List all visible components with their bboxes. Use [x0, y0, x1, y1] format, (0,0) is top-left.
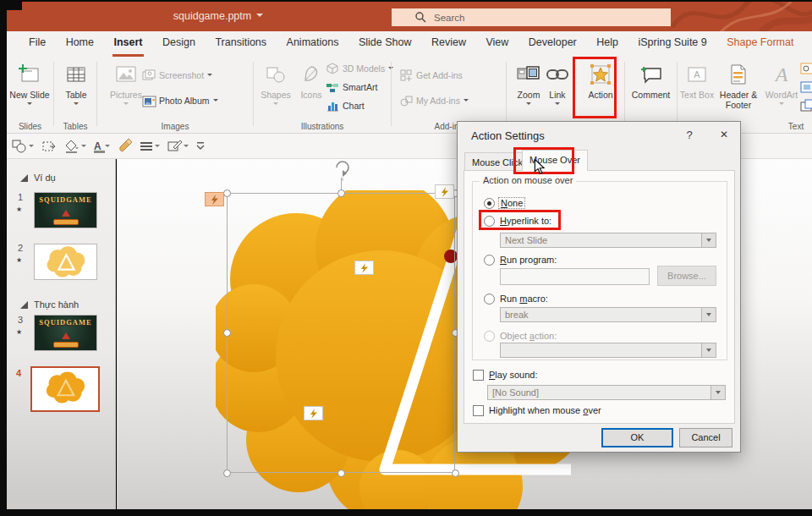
qat-shapes-button[interactable] — [12, 140, 34, 153]
resize-handle-sw[interactable] — [223, 469, 231, 477]
tab-developer[interactable]: Developer — [528, 31, 578, 54]
thumb-button — [53, 219, 79, 225]
group-label-slides: Slides — [7, 122, 53, 131]
tab-shape-format[interactable]: Shape Format — [726, 31, 794, 54]
lightning-icon — [442, 187, 448, 197]
triangle-emblem — [62, 328, 70, 339]
animation-tag-selected[interactable] — [205, 192, 224, 206]
resize-handle-se[interactable] — [452, 469, 459, 477]
highlight-label[interactable]: Highlight when mouse over — [489, 405, 601, 415]
help-button[interactable]: ? — [683, 129, 696, 141]
tab-home[interactable]: Home — [65, 31, 95, 54]
radio-run-program-label[interactable]: Run program: — [500, 255, 557, 265]
slide-number: 2 — [14, 243, 27, 253]
search-input[interactable]: Search — [392, 8, 671, 26]
table-button[interactable]: Table — [54, 60, 98, 121]
qat-shape-fill-button[interactable] — [64, 140, 86, 153]
animation-tag[interactable] — [354, 261, 374, 275]
document-title[interactable]: squidgame.pptm — [134, 2, 303, 31]
chart-button[interactable]: Chart — [325, 97, 365, 114]
icons-label: Icons — [300, 90, 321, 100]
animation-star-icon: ★ — [16, 256, 22, 264]
tab-view[interactable]: View — [485, 31, 509, 54]
tab-file[interactable]: File — [28, 31, 47, 54]
cloud-thumb-graphic — [35, 244, 96, 279]
rotate-handle[interactable] — [332, 159, 353, 181]
slide-thumbnail-2[interactable] — [34, 244, 97, 280]
chart-label: Chart — [343, 101, 365, 111]
resize-handle-s[interactable] — [337, 469, 345, 477]
tab-insert[interactable]: Insert — [112, 31, 143, 57]
radio-object-action[interactable] — [484, 331, 495, 342]
annotation-box-action — [573, 57, 617, 118]
date-time-icon[interactable] — [800, 62, 812, 79]
combo-dropdown-icon[interactable] — [701, 343, 716, 357]
pictures-icon — [115, 62, 137, 87]
get-addins-button[interactable]: Get Add-ins — [398, 67, 463, 84]
play-sound-select[interactable]: [No Sound] — [487, 385, 726, 400]
qat-arrange-button[interactable] — [41, 140, 57, 153]
link-button[interactable]: Link — [540, 60, 574, 121]
slide-number-icon[interactable] — [800, 80, 812, 97]
highlight-checkbox[interactable] — [473, 405, 484, 416]
radio-object-action-label[interactable]: Object action: — [500, 331, 557, 341]
smartart-button[interactable]: SmartArt — [325, 79, 377, 96]
combo-dropdown-icon[interactable] — [701, 233, 716, 247]
combo-dropdown-icon[interactable] — [710, 386, 725, 399]
play-sound-label[interactable]: Play sound: — [489, 370, 538, 380]
tab-transitions[interactable]: Transitions — [214, 31, 267, 54]
radio-none[interactable] — [484, 198, 495, 209]
comment-button[interactable]: Comment — [628, 60, 674, 121]
qat-align-button[interactable] — [140, 140, 160, 152]
run-macro-select[interactable]: break — [500, 307, 716, 322]
slide-thumbnail-3[interactable]: SQUIDGAME — [34, 315, 97, 351]
hyperlink-to-select[interactable]: Next Slide — [500, 233, 716, 248]
tab-help[interactable]: Help — [595, 31, 619, 54]
section-header-vi-du[interactable]: Ví dụ — [20, 173, 56, 183]
shapes-icon — [266, 62, 286, 87]
tab-animations[interactable]: Animations — [286, 31, 340, 54]
3d-models-button[interactable]: 3D Models — [325, 60, 393, 77]
radio-run-macro-label[interactable]: Run macro: — [500, 294, 548, 304]
search-icon — [415, 12, 426, 23]
fill-color-icon — [64, 140, 80, 153]
radio-run-macro[interactable] — [484, 294, 495, 305]
new-slide-button[interactable]: New Slide — [8, 60, 52, 121]
close-icon[interactable]: ✕ — [716, 129, 732, 140]
qat-overflow-button[interactable] — [196, 141, 205, 151]
slide-thumbnail-4-selected[interactable] — [30, 366, 100, 412]
tab-ispring[interactable]: iSpring Suite 9 — [637, 31, 707, 54]
ok-button[interactable]: OK — [601, 428, 673, 447]
photo-album-button[interactable]: Photo Album — [141, 92, 218, 109]
radio-none-label[interactable]: None — [499, 198, 524, 208]
object-icon[interactable] — [800, 99, 812, 116]
slide-thumbnail-1[interactable]: SQUIDGAME — [34, 192, 97, 228]
browse-button[interactable]: Browse... — [657, 266, 716, 286]
radio-run-program[interactable] — [484, 255, 495, 266]
resize-handle-w[interactable] — [223, 329, 231, 337]
animation-tag[interactable] — [304, 406, 323, 420]
tab-design[interactable]: Design — [162, 31, 196, 54]
run-program-input[interactable] — [500, 268, 650, 285]
text-box-button[interactable]: A Text Box — [679, 60, 715, 121]
qat-shape-outline-button[interactable] — [167, 140, 189, 152]
tab-slide-show[interactable]: Slide Show — [358, 31, 413, 54]
slide-panel: Ví dụ 1 ★ SQUIDGAME 2 ★ Thực hành 3 ★ SQ… — [7, 159, 116, 509]
table-icon — [66, 62, 86, 87]
header-footer-button[interactable]: Header & Footer — [716, 60, 760, 121]
qat-format-painter-button[interactable] — [118, 139, 132, 153]
cancel-button[interactable]: Cancel — [679, 428, 732, 447]
play-sound-checkbox[interactable] — [473, 370, 484, 381]
animation-tag[interactable] — [435, 184, 454, 199]
combo-dropdown-icon[interactable] — [701, 308, 716, 321]
object-action-select[interactable] — [500, 343, 716, 358]
my-addins-button[interactable]: My Add-ins — [398, 92, 469, 109]
screenshot-button[interactable]: Screenshot — [141, 67, 212, 84]
resize-handle-nw[interactable] — [223, 189, 231, 197]
resize-handle-n[interactable] — [337, 189, 345, 197]
qat-font-color-button[interactable]: A — [94, 142, 110, 151]
my-addins-icon — [398, 94, 414, 107]
wordart-button[interactable]: A WordArt — [762, 60, 801, 121]
tab-review[interactable]: Review — [431, 31, 467, 54]
section-header-thuc-hanh[interactable]: Thực hành — [20, 299, 79, 310]
